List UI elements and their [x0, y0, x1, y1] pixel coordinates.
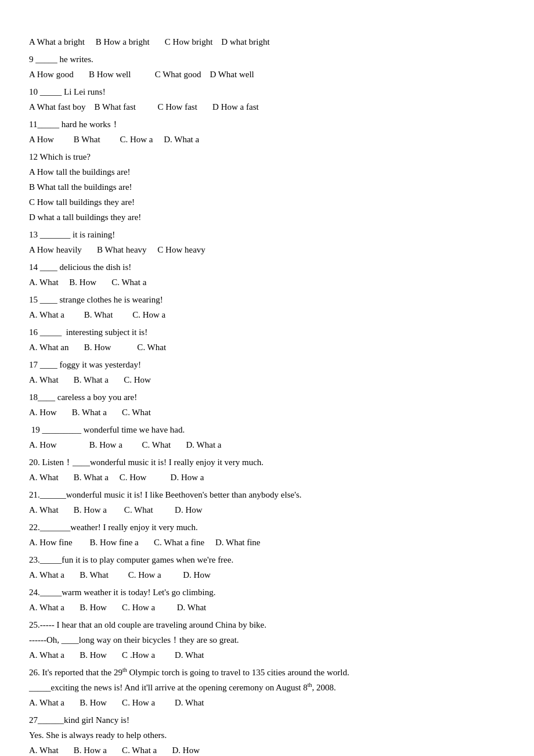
question-10: 10 _____ Li Lei runs! A What fast boy B …	[29, 85, 505, 114]
question-list: A What a bright B How a bright C How bri…	[29, 35, 505, 756]
question-19: 19 _________ wonderful time we have had.…	[29, 423, 505, 452]
question-20: 20. Listen！____wonderful music it is! I …	[29, 455, 505, 484]
question-9: 9 _____ he writes. A How good B How well…	[29, 52, 505, 81]
question-22: 22._______weather! I really enjoy it ver…	[29, 520, 505, 549]
question-16: 16 _____ interesting subject it is! A. W…	[29, 325, 505, 354]
question-13: 13 _______ it is raining! A How heavily …	[29, 228, 505, 257]
question-21: 21.______wonderful music it is! I like B…	[29, 488, 505, 517]
question-24: 24._____warm weather it is today! Let's …	[29, 585, 505, 614]
question-25: 25.----- I hear that an old couple are t…	[29, 618, 505, 662]
question-14: 14 ____ delicious the dish is! A. What B…	[29, 260, 505, 289]
question-23: 23._____fun it is to play computer games…	[29, 553, 505, 582]
question-intro: A What a bright B How a bright C How bri…	[29, 35, 505, 49]
question-12: 12 Which is true? A How tall the buildin…	[29, 150, 505, 224]
question-11: 11_____ hard he works！ A How B What C. H…	[29, 117, 505, 146]
question-options-line: A What a bright B How a bright C How bri…	[29, 35, 505, 49]
question-15: 15 ____ strange clothes he is wearing! A…	[29, 293, 505, 322]
question-26: 26. It's reported that the 29th Olympic …	[29, 665, 505, 710]
question-18: 18____ careless a boy you are! A. How B.…	[29, 390, 505, 419]
question-27: 27______kind girl Nancy is! Yes. She is …	[29, 713, 505, 756]
question-17: 17 ____ foggy it was yesterday! A. What …	[29, 358, 505, 387]
